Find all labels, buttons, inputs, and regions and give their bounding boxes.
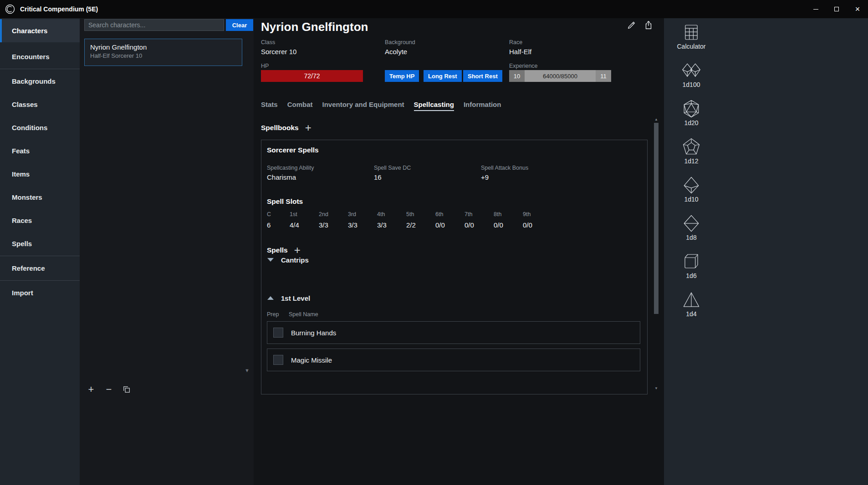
- long-rest-button[interactable]: Long Rest: [424, 70, 462, 82]
- slot-column: 5th 2/2: [406, 211, 435, 229]
- sidebar-item-label: Spells: [12, 240, 32, 248]
- calculator-icon: [681, 23, 702, 42]
- sidebar-item-characters[interactable]: Characters: [0, 19, 80, 42]
- sidebar-item-label: Feats: [12, 147, 30, 155]
- spellbooks-title: Spellbooks: [261, 124, 299, 132]
- chevron-down-icon: [267, 258, 274, 262]
- close-button[interactable]: ×: [847, 0, 868, 18]
- class-label: Class: [261, 39, 296, 45]
- background-label: Background: [385, 39, 415, 45]
- sidebar-divider: [0, 256, 80, 256]
- experience-label: Experience: [509, 63, 538, 69]
- slot-column: 8th 0/0: [494, 211, 523, 229]
- spell-group-1st-level[interactable]: 1st Level: [267, 292, 310, 304]
- spell-save-dc-field: Spell Save DC 16: [374, 165, 411, 181]
- scroll-up-button[interactable]: ▲: [653, 116, 659, 122]
- chevron-up-icon: [267, 296, 274, 300]
- clear-search-button[interactable]: Clear: [226, 19, 253, 31]
- spellcasting-ability-value: Charisma: [267, 173, 314, 181]
- dice-1d10[interactable]: 1d10: [677, 176, 706, 214]
- copy-icon: [122, 385, 131, 394]
- sidebar-item-label: Backgrounds: [12, 77, 56, 85]
- titlebar: Critical Compendium (5E) ×: [0, 0, 868, 18]
- dice-1d100[interactable]: 1d100: [677, 61, 706, 99]
- app-window: Critical Compendium (5E) × Characters En…: [0, 0, 868, 485]
- dice-1d20[interactable]: 1d20: [677, 99, 706, 137]
- edit-character-button[interactable]: [626, 20, 637, 31]
- spell-slots-title: Spell Slots: [267, 197, 303, 206]
- dice-1d6[interactable]: 1d6: [677, 252, 706, 290]
- short-rest-button[interactable]: Short Rest: [463, 70, 502, 82]
- sidebar-item-label: Import: [12, 289, 33, 297]
- sidebar-item-monsters[interactable]: Monsters: [0, 186, 80, 209]
- tab-combat[interactable]: Combat: [287, 101, 313, 111]
- sidebar-item-classes[interactable]: Classes: [0, 93, 80, 116]
- dice-1d8[interactable]: 1d8: [677, 214, 706, 252]
- prepared-checkbox[interactable]: [273, 355, 283, 365]
- current-level: 10: [509, 70, 525, 82]
- character-name: Nyrion Gnelfington: [90, 43, 236, 51]
- sidebar-item-spells[interactable]: Spells: [0, 232, 80, 255]
- sidebar-item-reference[interactable]: Reference: [0, 257, 80, 280]
- sheet-tabs: Stats Combat Inventory and Equipment Spe…: [261, 101, 501, 111]
- dice-column: Calculator 1d100: [677, 23, 706, 328]
- dice-panel: Calculator 1d100: [664, 18, 868, 485]
- spells-header: Spells +: [267, 246, 301, 255]
- maximize-button[interactable]: [826, 0, 847, 18]
- sidebar-item-label: Items: [12, 170, 30, 178]
- sidebar-item-label: Classes: [12, 101, 38, 108]
- sidebar-item-label: Encounters: [12, 53, 50, 61]
- character-list-item[interactable]: Nyrion Gnelfington Half-Elf Sorcerer 10: [84, 39, 242, 66]
- xp-value: 64000/85000: [525, 70, 596, 82]
- search-input[interactable]: [84, 19, 224, 31]
- tab-spellcasting[interactable]: Spellcasting: [414, 101, 454, 111]
- spellbook-title: Sorcerer Spells: [267, 146, 319, 154]
- scrollbar[interactable]: ▲ ▼: [653, 116, 659, 391]
- scrollbar-thumb[interactable]: [654, 123, 659, 314]
- dice-calculator[interactable]: Calculator: [677, 23, 706, 61]
- temp-hp-button[interactable]: Temp HP: [385, 70, 419, 82]
- class-field: Class Sorcerer 10: [261, 39, 296, 56]
- sidebar-item-import[interactable]: Import: [0, 281, 80, 304]
- spell-row[interactable]: Burning Hands: [267, 321, 640, 344]
- minimize-button[interactable]: [805, 0, 826, 18]
- class-value: Sorcerer 10: [261, 48, 296, 56]
- add-spell-button[interactable]: +: [294, 246, 301, 255]
- add-spellbook-button[interactable]: +: [305, 123, 311, 132]
- sidebar-item-encounters[interactable]: Encounters: [0, 45, 80, 68]
- slot-column: C 6: [267, 211, 290, 229]
- sidebar-item-items[interactable]: Items: [0, 162, 80, 186]
- d4-icon: [681, 290, 702, 309]
- tab-inventory-and-equipment[interactable]: Inventory and Equipment: [322, 101, 404, 111]
- list-scroll-down-icon[interactable]: ▼: [245, 368, 250, 373]
- remove-character-button[interactable]: −: [104, 384, 114, 395]
- export-character-button[interactable]: [643, 20, 654, 31]
- duplicate-character-button[interactable]: [122, 384, 132, 395]
- character-list-toolbar: + −: [86, 384, 132, 395]
- sidebar-item-backgrounds[interactable]: Backgrounds: [0, 70, 80, 93]
- tab-information[interactable]: Information: [464, 101, 501, 111]
- sidebar-item-races[interactable]: Races: [0, 209, 80, 232]
- d6-icon: [681, 252, 702, 271]
- sidebar-item-label: Characters: [12, 27, 47, 35]
- spells-title: Spells: [267, 246, 288, 254]
- tab-stats[interactable]: Stats: [261, 101, 278, 111]
- prepared-checkbox[interactable]: [273, 328, 283, 338]
- spell-save-dc-value: 16: [374, 173, 411, 181]
- spell-group-cantrips[interactable]: Cantrips: [267, 254, 309, 266]
- window-title: Critical Compendium (5E): [20, 5, 98, 13]
- sidebar-item-feats[interactable]: Feats: [0, 139, 80, 162]
- spell-slots-table: C 6 1st 4/4 2nd 3/3 3rd 3/3 4th 3/3: [267, 211, 552, 229]
- page-title: Nyrion Gnelfington: [261, 20, 368, 34]
- spell-row[interactable]: Magic Missile: [267, 349, 640, 371]
- sidebar-item-conditions[interactable]: Conditions: [0, 116, 80, 139]
- scroll-down-button[interactable]: ▼: [653, 385, 659, 391]
- background-value: Acolyte: [385, 48, 415, 56]
- add-character-button[interactable]: +: [86, 384, 96, 395]
- dice-1d12[interactable]: 1d12: [677, 137, 706, 176]
- character-subtitle: Half-Elf Sorcerer 10: [90, 52, 236, 59]
- hp-label: HP: [261, 63, 269, 69]
- dice-1d4[interactable]: 1d4: [677, 290, 706, 328]
- maximize-icon: [834, 7, 839, 11]
- pencil-icon: [627, 20, 637, 30]
